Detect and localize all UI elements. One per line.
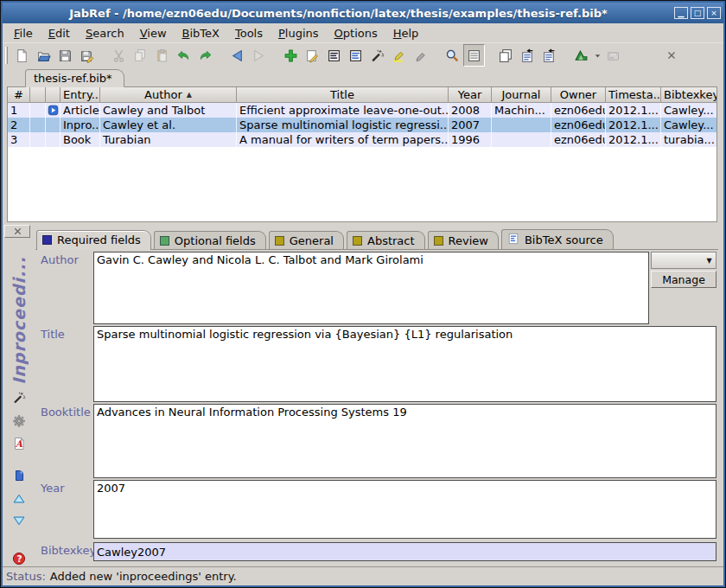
table-cell[interactable]: 3 [8,132,30,147]
column-header-timesta[interactable]: Timesta... [606,87,661,103]
back-button[interactable] [226,44,248,67]
help-button[interactable]: ? [9,551,29,566]
column-header-col1[interactable] [30,87,46,103]
manage-button[interactable]: Manage [651,271,716,288]
tab-abstract[interactable]: Abstract [347,231,425,250]
menu-item-edit[interactable]: Edit [41,25,78,42]
toggle-search-panel-button[interactable] [463,44,485,67]
table-cell[interactable]: ezn06edu [551,132,606,147]
table-row[interactable]: 2Inpro...Cawley et al.Sparse multinomial… [8,118,716,132]
table-cell[interactable]: 2008 [449,103,492,118]
column-header-[interactable]: # [8,87,30,103]
tab-bibtex-source[interactable]: BibTeX source [501,229,614,250]
table-cell[interactable]: ezn06edu [551,103,606,118]
undo-button[interactable] [173,44,194,67]
column-header-author[interactable]: Author▲ [100,87,237,103]
tab-required-fields[interactable]: Required fields [36,230,151,250]
tab-review[interactable]: Review [428,231,499,250]
toggle-entry-editor-button[interactable] [323,44,345,67]
push-to-application-button[interactable] [602,44,624,67]
column-header-bibtexkey[interactable]: Bibtexkey [661,87,717,103]
table-cell[interactable]: Cawley... [661,103,717,118]
table-cell[interactable]: 2012.1... [606,103,661,118]
import-into-new-database-button[interactable] [517,44,538,67]
titlebar[interactable]: JabRef - /home/ezn06edu/Documents/nonfic… [3,3,723,23]
mark-entries-button[interactable] [388,44,410,67]
table-cell[interactable]: 2012.1... [606,118,661,132]
table-cell[interactable] [30,132,46,147]
table-cell[interactable]: Inpro... [60,118,100,132]
minimize-button[interactable]: ▁ [674,7,688,19]
cut-button[interactable] [108,44,130,67]
next-entry-button[interactable] [9,513,29,528]
tab-general[interactable]: General [269,231,344,250]
menu-item-tools[interactable]: Tools [227,25,271,42]
open-pdf-button[interactable]: A [9,436,29,451]
table-row[interactable]: 1ArticleCawley and TalbotEfficient appro… [8,103,716,118]
maximize-button[interactable]: □ [691,7,704,19]
table-cell[interactable]: Book [60,132,100,147]
column-header-year[interactable]: Year [449,87,492,103]
table-cell[interactable] [46,118,60,132]
open-file-button[interactable] [9,468,29,483]
duplicate-entry-button[interactable] [495,44,517,67]
menu-item-bibtex[interactable]: BibTeX [175,25,227,42]
table-cell[interactable]: 2 [8,118,30,132]
cleanup-entries-button[interactable] [366,44,388,67]
table-cell[interactable] [492,118,551,132]
table-row[interactable]: 3BookTurabianA manual for writers of ter… [8,132,716,147]
table-cell[interactable]: Machin... [492,103,551,118]
new-entry-button[interactable] [280,44,302,67]
menu-item-search[interactable]: Search [78,25,132,42]
column-header-col2[interactable] [46,87,60,103]
table-cell[interactable]: 2012.1... [606,132,661,147]
import-into-current-database-button[interactable] [538,44,560,67]
table-cell[interactable] [46,103,60,118]
menu-item-file[interactable]: File [6,25,41,42]
table-cell[interactable]: Efficient approximate leave-one-out... [237,103,449,118]
table-cell[interactable]: Sparse multinomial logistic regressi... [237,118,449,132]
table-cell[interactable]: 2007 [449,118,492,132]
push-dropdown-arrow-icon[interactable] [592,51,602,61]
previous-entry-button[interactable] [9,491,29,507]
table-cell[interactable]: 1 [8,103,30,118]
toggle-preview-button[interactable] [345,44,366,67]
paste-button[interactable] [151,44,173,67]
toolbar-gripper[interactable] [5,47,8,64]
column-header-journal[interactable]: Journal [492,87,551,103]
menu-item-plugins[interactable]: Plugins [271,25,327,42]
author-options-dropdown[interactable]: ▼ [651,252,716,269]
year-field[interactable] [93,480,716,539]
close-entry-editor-button[interactable] [4,225,30,238]
table-cell[interactable]: A manual for writers of term papers... [237,132,449,147]
push-to-lyx-button[interactable] [570,44,592,67]
save-all-databases-button[interactable] [76,44,98,67]
table-cell[interactable]: Cawley et al. [100,118,237,132]
new-database-button[interactable] [11,44,33,67]
table-cell[interactable] [30,103,46,118]
table-cell[interactable]: Cawley and Talbot [100,103,237,118]
table-cell[interactable]: ezn06edu [551,118,606,132]
toolbar-close-button[interactable] [660,44,682,67]
forward-button[interactable] [248,44,270,67]
table-cell[interactable] [492,132,551,147]
table-cell[interactable]: Turabian [100,132,237,147]
edit-entry-button[interactable] [302,44,323,67]
title-field[interactable] [93,326,716,402]
author-field[interactable] [93,252,649,324]
table-cell[interactable] [30,118,46,132]
column-header-owner[interactable]: Owner [551,87,606,103]
menu-item-help[interactable]: Help [385,25,427,42]
table-cell[interactable]: 1996 [449,132,492,147]
open-database-button[interactable] [33,44,54,67]
table-cell[interactable]: Cawley... [661,118,717,132]
database-tab[interactable]: thesis-ref.bib* [25,69,124,87]
redo-button[interactable] [194,44,216,67]
column-header-entry[interactable]: Entry... [60,87,100,103]
copy-button[interactable] [130,44,151,67]
table-cell[interactable]: Article [60,103,100,118]
booktitle-field[interactable] [93,404,716,478]
unmark-entries-button[interactable] [410,44,431,67]
save-database-button[interactable] [54,44,76,67]
generate-bibtexkey-button[interactable] [9,390,29,406]
